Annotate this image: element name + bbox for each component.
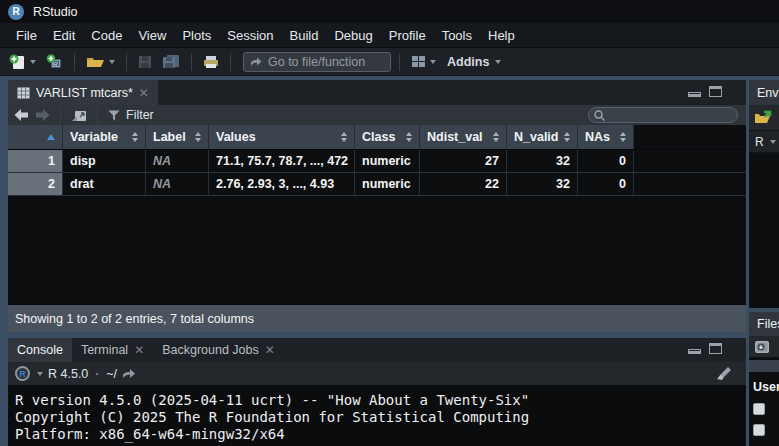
environment-language-selector[interactable]: R <box>749 131 779 153</box>
panes-layout-caret-icon <box>430 60 436 64</box>
environment-pane: Environment R <box>749 80 779 308</box>
toolbar-separator <box>60 106 61 124</box>
console-line: Platform: x86_64-w64-mingw32/x64 <box>15 426 746 443</box>
r-version-icon[interactable]: R <box>15 366 30 381</box>
console-output[interactable]: R version 4.5.0 (2025-04-11 ucrt) -- "Ho… <box>8 385 746 446</box>
cell-ndist-val: 27 <box>420 150 507 172</box>
toolbar-separator <box>399 53 400 71</box>
maximize-icon[interactable] <box>709 343 722 354</box>
header-ndist-val[interactable]: Ndist_val <box>420 125 507 149</box>
save-all-button[interactable] <box>159 52 183 71</box>
menu-code[interactable]: Code <box>83 23 130 47</box>
menu-debug[interactable]: Debug <box>326 23 380 47</box>
close-icon[interactable]: ✕ <box>134 344 144 356</box>
new-project-icon: R <box>46 54 63 70</box>
header-label[interactable]: Label <box>146 125 209 149</box>
table-row: 2 drat NA 2.76, 2.93, 3, ..., 4.93 numer… <box>8 173 746 196</box>
menu-edit[interactable]: Edit <box>45 23 83 47</box>
forward-arrow-icon[interactable] <box>35 109 50 121</box>
panes-layout-button[interactable] <box>408 53 439 70</box>
toolbar-separator <box>230 53 231 71</box>
minimize-icon[interactable] <box>688 92 701 97</box>
tab-files[interactable]: Files <box>749 312 779 336</box>
table-search-input[interactable] <box>609 109 729 121</box>
popout-window-icon[interactable] <box>71 109 87 122</box>
panes-grid-icon <box>411 55 426 68</box>
tab-console[interactable]: Console <box>8 338 72 362</box>
tab-environment[interactable]: Environment <box>749 80 779 105</box>
menu-view[interactable]: View <box>130 23 174 47</box>
console-line: Copyright (C) 2025 The R Foundation for … <box>15 409 746 426</box>
console-toolbar: R R 4.5.0 ~/ <box>8 362 746 385</box>
sort-both-icon <box>335 132 347 142</box>
console-pane: Console Terminal✕ Background Jobs✕ R R 4… <box>8 338 746 446</box>
file-checkbox[interactable] <box>753 403 765 415</box>
new-file-caret-icon <box>30 60 36 64</box>
header-values[interactable]: Values <box>209 125 355 149</box>
tab-varlist-mtcars[interactable]: VARLIST mtcars* ✕ <box>8 80 158 105</box>
new-folder-icon[interactable] <box>754 339 770 354</box>
environment-toolbar <box>749 105 779 131</box>
open-file-button[interactable] <box>83 52 118 71</box>
files-path-bar <box>749 360 779 372</box>
files-toolbar <box>749 336 779 358</box>
environment-empty-area <box>749 153 779 308</box>
tab-background-jobs[interactable]: Background Jobs✕ <box>153 338 284 362</box>
menu-session[interactable]: Session <box>219 23 281 47</box>
status-text: Showing 1 to 2 of 2 entries, 7 total col… <box>15 312 254 326</box>
working-directory[interactable]: ~/ <box>106 367 117 381</box>
header-variable[interactable]: Variable <box>63 125 146 149</box>
minimize-icon[interactable] <box>688 349 701 354</box>
cell-class: numeric <box>355 150 420 172</box>
header-nas[interactable]: NAs <box>578 125 634 149</box>
new-file-button[interactable] <box>6 52 39 72</box>
main-toolbar: R Addins <box>0 47 779 76</box>
rstudio-logo-icon: R <box>8 4 24 20</box>
menu-build[interactable]: Build <box>282 23 327 47</box>
files-list: Users <box>749 372 779 446</box>
save-all-icon <box>162 54 180 69</box>
file-checkbox[interactable] <box>753 424 765 436</box>
close-icon[interactable]: ✕ <box>139 87 149 99</box>
cell-values: 2.76, 2.93, 3, ..., 4.93 <box>209 173 355 195</box>
r-version-caret-icon[interactable] <box>37 372 43 376</box>
addins-button[interactable]: Addins <box>447 55 489 69</box>
search-icon <box>594 110 605 121</box>
filter-button[interactable]: Filter <box>126 108 154 122</box>
new-project-button[interactable]: R <box>43 52 66 72</box>
menu-tools[interactable]: Tools <box>434 23 480 47</box>
language-label: R <box>755 135 764 149</box>
save-button[interactable] <box>135 53 155 71</box>
header-n-valid[interactable]: N_valid <box>507 125 578 149</box>
cell-rownum: 2 <box>8 173 63 195</box>
menu-plots[interactable]: Plots <box>174 23 219 47</box>
menu-profile[interactable]: Profile <box>381 23 434 47</box>
goto-directory-icon[interactable] <box>122 368 136 379</box>
header-rownum[interactable] <box>8 125 63 149</box>
toolbar-separator <box>126 53 127 71</box>
goto-file-input[interactable] <box>268 55 378 69</box>
close-icon[interactable]: ✕ <box>265 344 275 356</box>
clear-console-icon[interactable] <box>716 366 732 381</box>
goto-arrow-icon <box>250 57 262 67</box>
maximize-icon[interactable] <box>709 86 722 97</box>
load-workspace-icon[interactable] <box>754 110 773 125</box>
cell-rownum: 1 <box>8 150 63 172</box>
menu-help[interactable]: Help <box>480 23 523 47</box>
table-grid-icon <box>17 87 30 99</box>
menu-file[interactable]: File <box>8 23 45 47</box>
back-arrow-icon[interactable] <box>14 109 29 121</box>
addins-caret-icon <box>495 60 501 64</box>
cell-class: numeric <box>355 173 420 195</box>
goto-file-box[interactable] <box>243 52 391 72</box>
table-search-box[interactable] <box>588 107 738 123</box>
print-icon <box>203 55 219 69</box>
files-path-segment[interactable]: Users <box>749 372 779 394</box>
filter-funnel-icon[interactable] <box>108 110 120 121</box>
cell-label: NA <box>146 150 209 172</box>
sort-both-icon <box>614 132 626 142</box>
print-button[interactable] <box>200 53 222 71</box>
tab-terminal[interactable]: Terminal✕ <box>72 338 153 362</box>
table-status-bar: Showing 1 to 2 of 2 entries, 7 total col… <box>8 304 746 332</box>
header-class[interactable]: Class <box>355 125 420 149</box>
